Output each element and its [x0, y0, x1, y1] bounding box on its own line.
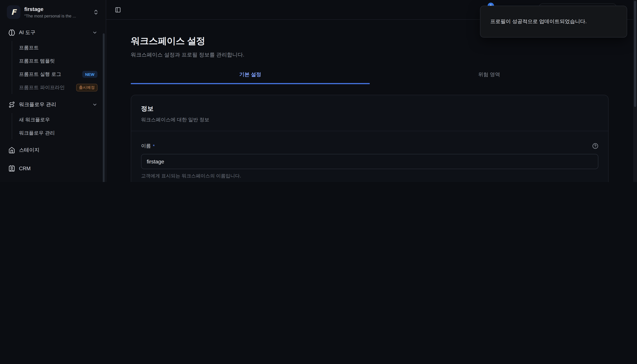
sidebar-nav: AI 도구 프롬프트 프롬프트 템플릿 프롬프트 실행 로그 NEW 프롬프트 …: [4, 25, 101, 182]
info-card-body: 이름 * 고객에게 표시되는 워크스페이스의 이름입니다. 세부 정보 “The…: [131, 131, 608, 182]
sidebar-group-label: 워크플로우 관리: [19, 101, 88, 108]
sidebar-item-prompt-templates[interactable]: 프롬프트 템플릿: [15, 54, 101, 68]
content-scroll-area: 워크스페이스 설정 워크스페이스 설정과 프로필 정보를 관리합니다. 기본 설…: [106, 20, 637, 182]
sidebar-item-crm[interactable]: CRM: [4, 161, 101, 176]
page-scrollbar-thumb[interactable]: [634, 1, 636, 107]
brain-icon: [8, 29, 15, 36]
sidebar-item-prompt-pipeline[interactable]: 프롬프트 파이프라인 출시예정: [15, 81, 101, 94]
sidebar-group-ai-tools[interactable]: AI 도구: [4, 25, 101, 40]
coming-soon-badge: 출시예정: [76, 84, 98, 91]
toast-message: 프로필이 성공적으로 업데이트되었습니다.: [490, 18, 587, 25]
chevrons-up-down-icon: [93, 9, 99, 15]
sidebar-item-new-workflow[interactable]: 새 워크플로우: [15, 113, 101, 126]
help-circle-icon[interactable]: [592, 143, 598, 149]
info-card-header: 정보 워크스페이스에 대한 일반 정보: [131, 95, 608, 131]
name-field-label-row: 이름 *: [141, 142, 598, 150]
info-card-subtitle: 워크스페이스에 대한 일반 정보: [141, 116, 598, 123]
tab-basic-settings[interactable]: 기본 설정: [131, 71, 370, 84]
chevron-down-icon: [92, 102, 98, 107]
sidebar-item-manage-workflow[interactable]: 워크플로우 관리: [15, 126, 101, 140]
info-card-title: 정보: [141, 105, 598, 113]
page-subtitle: 워크스페이스 설정과 프로필 정보를 관리합니다.: [131, 52, 608, 58]
workspace-tagline: "The most personal is the ...: [24, 14, 85, 18]
sidebar-group-label: AI 도구: [19, 29, 88, 36]
home-icon: [8, 147, 15, 154]
tab-danger-zone[interactable]: 위험 영역: [370, 71, 608, 84]
sidebar-item-stage[interactable]: 스테이지: [4, 142, 101, 158]
workspace-meta: firstage "The most personal is the ...: [24, 6, 89, 18]
workspace-switcher[interactable]: F firstage "The most personal is the ...: [4, 3, 101, 21]
sidebar-item-prompt-logs[interactable]: 프롬프트 실행 로그 NEW: [15, 68, 101, 81]
toast-notification[interactable]: 프로필이 성공적으로 업데이트되었습니다.: [480, 6, 627, 38]
contact-icon: [8, 165, 15, 172]
tab-list: 기본 설정 위험 영역: [131, 71, 608, 84]
sidebar-subnav-workflow: 새 워크플로우 워크플로우 관리: [12, 113, 101, 140]
info-card: 정보 워크스페이스에 대한 일반 정보 이름 * 고객에게 표시되는 워크스페이: [131, 95, 608, 182]
workspace-logo: F: [7, 5, 20, 19]
page-scrollbar[interactable]: [633, 0, 637, 182]
name-field-label: 이름: [141, 142, 151, 150]
new-badge: NEW: [82, 71, 98, 78]
name-field-helper: 고객에게 표시되는 워크스페이스의 이름입니다.: [141, 173, 598, 179]
sidebar: F firstage "The most personal is the ...…: [0, 0, 106, 182]
sidebar-item-prompts[interactable]: 프롬프트: [15, 41, 101, 54]
sidebar-toggle-button[interactable]: [112, 4, 124, 15]
chevron-down-icon: [92, 30, 98, 35]
workspace-name-input[interactable]: [141, 154, 598, 169]
workflow-icon: [8, 101, 15, 108]
sidebar-scrollbar-thumb[interactable]: [103, 33, 105, 182]
app-window: F firstage "The most personal is the ...…: [0, 0, 637, 182]
required-asterisk: *: [153, 143, 155, 149]
sidebar-subnav-ai: 프롬프트 프롬프트 템플릿 프롬프트 실행 로그 NEW 프롬프트 파이프라인 …: [12, 41, 101, 94]
workspace-name: firstage: [24, 6, 89, 13]
panel-left-icon: [115, 7, 121, 13]
sidebar-group-workflow[interactable]: 워크플로우 관리: [4, 97, 101, 112]
